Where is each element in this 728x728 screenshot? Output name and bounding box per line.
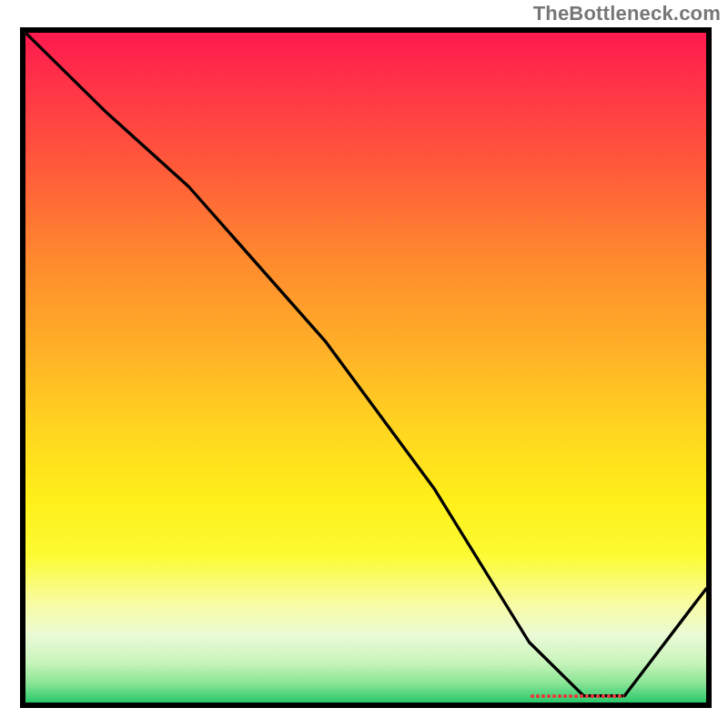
chart-container: TheBottleneck.com xyxy=(0,0,728,728)
watermark-text: TheBottleneck.com xyxy=(533,2,721,25)
plot-area xyxy=(20,27,712,708)
gradient-background xyxy=(25,33,706,703)
